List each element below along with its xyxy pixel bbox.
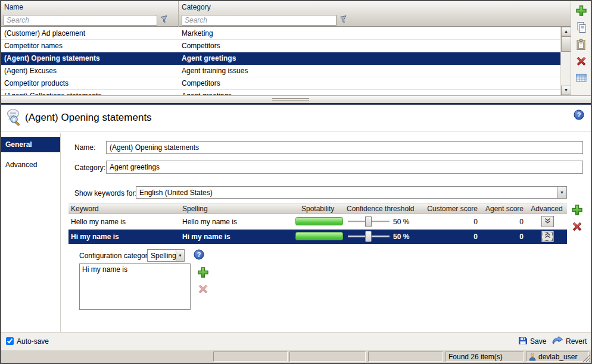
category-search-input[interactable] xyxy=(182,15,336,26)
grid-icon xyxy=(575,77,587,86)
status-panel xyxy=(213,352,288,362)
tab-separator xyxy=(60,133,61,332)
list-row[interactable]: (Customer) Ad placement Marketing xyxy=(1,27,560,40)
delete-keyword-button[interactable] xyxy=(571,221,583,233)
column-separator xyxy=(178,1,179,27)
chevron-double-up-icon xyxy=(544,232,552,241)
language-select[interactable]: English (United States) ▼ xyxy=(136,186,567,199)
collapse-advanced-button[interactable] xyxy=(541,231,554,242)
confidence-slider[interactable] xyxy=(348,236,390,237)
row-name: Competitor names xyxy=(4,42,63,50)
horizontal-splitter[interactable] xyxy=(1,95,591,103)
resize-grip[interactable] xyxy=(582,354,590,362)
col-spotability[interactable]: Spotability xyxy=(301,205,334,213)
customer-score-cell: 0 xyxy=(418,218,478,226)
list-row[interactable]: (Agent) Collections statements Agent gre… xyxy=(1,90,560,95)
col-keyword[interactable]: Keyword xyxy=(71,205,99,213)
spotability-bar xyxy=(295,217,343,225)
chevron-down-icon[interactable]: ▼ xyxy=(557,187,566,198)
chevron-double-down-icon xyxy=(544,217,552,226)
copy-button[interactable] xyxy=(575,21,587,33)
row-category: Competitors xyxy=(182,79,220,87)
chevron-down-icon[interactable]: ▼ xyxy=(176,250,184,261)
keyword-cell: Hi my name is xyxy=(71,233,119,241)
config-category-select[interactable]: Spellings ▼ xyxy=(147,249,185,262)
keyword-search-icon xyxy=(5,108,24,128)
category-field-label: Category: xyxy=(74,164,105,172)
expand-advanced-button[interactable] xyxy=(541,216,554,227)
detail-title: (Agent) Opening statements xyxy=(25,112,152,124)
col-customer-score[interactable]: Customer score xyxy=(418,205,478,213)
save-button[interactable]: Save xyxy=(516,335,549,348)
row-name: (Customer) Ad placement xyxy=(4,29,85,37)
col-agent-score[interactable]: Agent score xyxy=(482,205,524,213)
config-help-button[interactable]: ? xyxy=(194,249,204,260)
row-category: Competitors xyxy=(182,42,220,50)
delete-spelling-button[interactable] xyxy=(197,283,209,295)
autosave-checkbox[interactable] xyxy=(6,337,14,345)
spelling-item[interactable]: Hi my name is xyxy=(80,264,190,275)
status-bar: Found 26 item(s) devlab_user xyxy=(1,350,591,363)
row-name: (Agent) Excuses xyxy=(4,67,57,75)
list-header: Name Category xyxy=(1,1,571,27)
spelling-cell: Hello my name is xyxy=(182,218,237,226)
column-header-name[interactable]: Name xyxy=(4,3,23,11)
keyword-row-selected[interactable]: Hi my name is Hi my name is 50 % 0 0 xyxy=(68,230,567,244)
scrollbar-up-icon[interactable]: ▲ xyxy=(561,27,571,36)
name-field-label: Name: xyxy=(74,143,95,152)
agent-score-cell: 0 xyxy=(482,218,524,226)
tab-advanced[interactable]: Advanced xyxy=(1,157,60,172)
name-search-input[interactable] xyxy=(4,15,157,26)
slider-thumb[interactable] xyxy=(365,231,372,242)
name-field[interactable] xyxy=(106,141,583,154)
add-button[interactable] xyxy=(575,5,587,17)
list-row[interactable]: Competitor products Competitors xyxy=(1,77,560,90)
list-scrollbar[interactable]: ▲ ▼ xyxy=(560,27,571,95)
category-field[interactable] xyxy=(106,161,583,174)
status-panel xyxy=(368,352,443,362)
keywords-grid-header: Keyword Spelling Spotability Confidence … xyxy=(68,203,567,214)
row-category: Agent greetings xyxy=(182,54,236,62)
keyword-definitions-list: Name Category (Customer) Ad placement Ma… xyxy=(1,1,571,95)
list-row[interactable]: (Agent) Excuses Agent training issues xyxy=(1,65,560,77)
row-name: Competitor products xyxy=(4,79,68,87)
add-icon xyxy=(197,271,209,280)
help-button[interactable]: ? xyxy=(574,109,584,120)
col-advanced[interactable]: Advanced xyxy=(528,205,565,213)
confidence-slider[interactable] xyxy=(348,221,390,222)
row-category: Agent training issues xyxy=(182,67,248,75)
list-row-selected[interactable]: (Agent) Opening statements Agent greetin… xyxy=(1,52,560,65)
save-icon xyxy=(518,336,528,347)
keyword-cell: Hello my name is xyxy=(71,218,126,226)
help-icon: ? xyxy=(574,113,584,122)
language-value: English (United States) xyxy=(139,189,213,197)
column-header-category[interactable]: Category xyxy=(182,3,211,11)
add-keyword-button[interactable] xyxy=(571,204,583,216)
paste-button[interactable] xyxy=(575,39,587,51)
delete-icon xyxy=(197,288,209,297)
category-filter-button[interactable] xyxy=(338,15,349,26)
spelling-cell: Hi my name is xyxy=(182,233,230,241)
splitter-grip xyxy=(272,98,309,99)
col-spelling[interactable]: Spelling xyxy=(182,205,208,213)
scrollbar-down-icon[interactable]: ▼ xyxy=(561,86,571,95)
delete-button[interactable] xyxy=(575,55,587,67)
col-confidence[interactable]: Confidence threshold xyxy=(347,205,414,213)
add-spelling-button[interactable] xyxy=(197,266,209,278)
row-category: Marketing xyxy=(182,29,213,37)
scrollbar-thumb[interactable] xyxy=(561,36,571,52)
splitter-grip xyxy=(272,100,309,101)
slider-thumb[interactable] xyxy=(365,216,372,227)
revert-button[interactable]: Revert xyxy=(549,335,589,348)
name-filter-button[interactable] xyxy=(159,15,170,26)
user-name: devlab_user xyxy=(538,353,577,361)
tab-general[interactable]: General xyxy=(1,137,60,152)
row-name: (Agent) Opening statements xyxy=(4,54,100,62)
keyword-row[interactable]: Hello my name is Hello my name is 50 % 0… xyxy=(68,214,567,230)
spellings-listbox[interactable]: Hi my name is xyxy=(79,263,191,310)
confidence-value: 50 % xyxy=(393,233,409,241)
revert-label: Revert xyxy=(566,337,587,346)
autosave-label: Auto-save xyxy=(17,337,49,346)
list-row[interactable]: Competitor names Competitors xyxy=(1,40,560,52)
grid-button[interactable] xyxy=(575,72,587,84)
